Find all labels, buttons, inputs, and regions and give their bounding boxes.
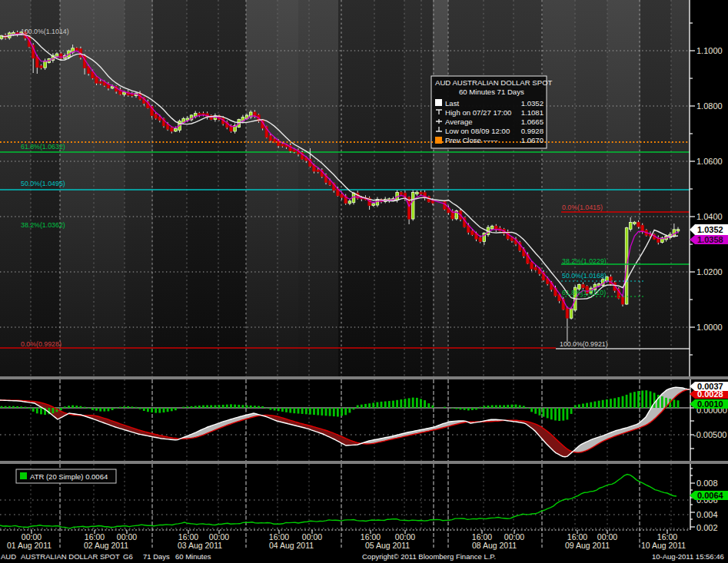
svg-text:Average: Average [445, 118, 473, 126]
svg-text:100.0%(1.1014): 100.0%(1.1014) [21, 28, 69, 35]
svg-text:1.0670: 1.0670 [521, 136, 544, 144]
svg-text:05 Aug 2011: 05 Aug 2011 [365, 541, 410, 550]
svg-text:50.0%(1.0495): 50.0%(1.0495) [21, 180, 65, 187]
svg-text:-0.00500: -0.00500 [693, 430, 726, 439]
svg-text:10-Aug-2011 15:56:46: 10-Aug-2011 15:56:46 [652, 552, 724, 561]
svg-text:ATR (20 Simple) 0.0064: ATR (20 Simple) 0.0064 [30, 472, 108, 481]
svg-text:60 Minutes: 60 Minutes [175, 552, 211, 561]
svg-text:Low on 08/09 12:00: Low on 08/09 12:00 [445, 127, 510, 135]
svg-text:38.2%(1.0229): 38.2%(1.0229) [562, 257, 607, 265]
svg-text:0.008: 0.008 [696, 479, 718, 488]
svg-text:1.0000: 1.0000 [696, 323, 723, 332]
svg-text:1.0665: 1.0665 [521, 118, 544, 126]
svg-text:0.9928: 0.9928 [521, 127, 544, 135]
svg-text:1.0352: 1.0352 [697, 225, 723, 234]
svg-text:1.0400: 1.0400 [696, 212, 723, 221]
svg-text:AUD: AUD [1, 552, 16, 561]
svg-text:Last: Last [445, 99, 459, 108]
svg-text:High on 07/27 17:00: High on 07/27 17:00 [445, 108, 511, 117]
svg-text:61.8%(1.0632): 61.8%(1.0632) [21, 143, 65, 151]
svg-text:AUSTRALIAN DOLLAR SPOT: AUSTRALIAN DOLLAR SPOT [21, 552, 120, 561]
svg-text:1.0200: 1.0200 [696, 267, 723, 277]
svg-text:Copyright© 2011 Bloomberg Fina: Copyright© 2011 Bloomberg Finance L.P. [362, 552, 496, 561]
svg-text:0.002: 0.002 [696, 523, 718, 532]
svg-text:02 Aug 2011: 02 Aug 2011 [84, 541, 128, 550]
svg-text:01 Aug 2011: 01 Aug 2011 [7, 541, 52, 550]
svg-text:10 Aug 2011: 10 Aug 2011 [641, 541, 686, 550]
svg-text:1.0800: 1.0800 [696, 101, 723, 111]
svg-text:1.0600: 1.0600 [696, 157, 723, 166]
svg-text:0.0064: 0.0064 [697, 491, 724, 500]
svg-text:50.0%(1.0168): 50.0%(1.0168) [562, 272, 607, 280]
svg-text:1.0358: 1.0358 [697, 235, 723, 244]
svg-text:1.1081: 1.1081 [521, 108, 544, 117]
svg-text:38.2%(1.0362): 38.2%(1.0362) [21, 221, 65, 229]
svg-text:08 Aug 2011: 08 Aug 2011 [472, 541, 517, 550]
svg-text:Prev Close ------: Prev Close ------ [445, 136, 498, 144]
svg-text:100.0%(0.9921): 100.0%(0.9921) [560, 340, 608, 348]
svg-text:0.0037: 0.0037 [697, 382, 723, 391]
svg-text:0.0010: 0.0010 [697, 399, 723, 409]
svg-text:1.1000: 1.1000 [696, 46, 723, 55]
svg-text:AUD AUSTRALIAN DOLLAR SPOT: AUD AUSTRALIAN DOLLAR SPOT [435, 78, 553, 87]
svg-text:61.8%(1.0110): 61.8%(1.0110) [562, 289, 606, 296]
svg-text:0.0%(1.0415): 0.0%(1.0415) [562, 204, 603, 211]
svg-text:0.004: 0.004 [696, 510, 718, 519]
svg-text:04 Aug 2011: 04 Aug 2011 [269, 541, 314, 550]
svg-text:09 Aug 2011: 09 Aug 2011 [565, 541, 610, 550]
svg-text:03 Aug 2011: 03 Aug 2011 [178, 541, 222, 550]
svg-text:71 Days: 71 Days [143, 552, 170, 561]
svg-text:0.0%(0.9928): 0.0%(0.9928) [21, 340, 61, 348]
svg-text:60 Minutes 71 Days: 60 Minutes 71 Days [459, 88, 524, 96]
svg-text:G6: G6 [123, 552, 133, 561]
svg-text:1.0352: 1.0352 [521, 99, 544, 108]
